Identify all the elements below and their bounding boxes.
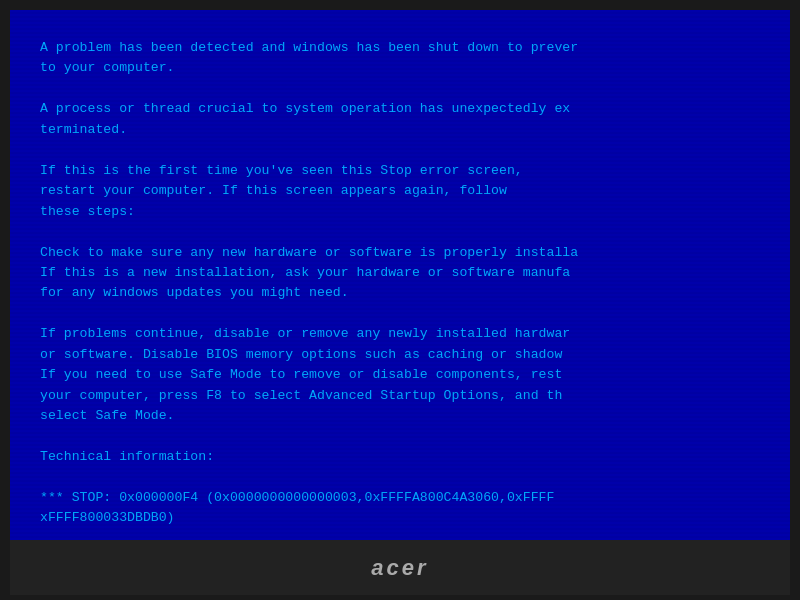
bsod-screen: A problem has been detected and windows …: [10, 10, 790, 540]
brand-bar: acer: [10, 540, 790, 595]
brand-logo: acer: [371, 555, 428, 581]
bsod-text: A problem has been detected and windows …: [40, 38, 760, 540]
monitor: A problem has been detected and windows …: [0, 0, 800, 600]
